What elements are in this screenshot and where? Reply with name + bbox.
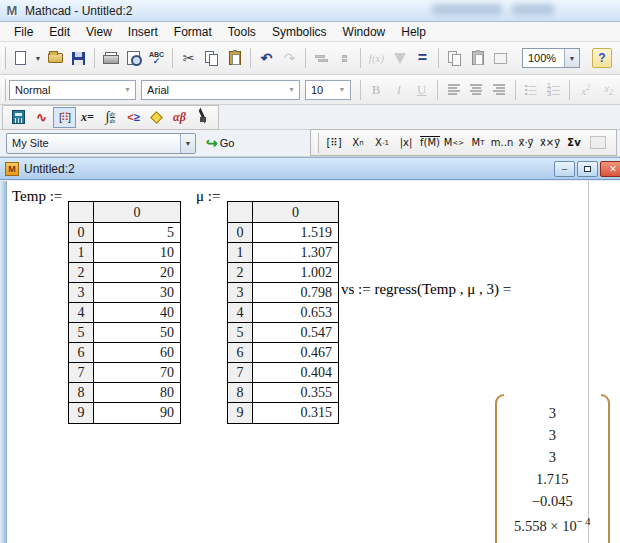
calculus-palette-button[interactable]: ∫dydx	[99, 107, 122, 128]
align-down-button	[333, 47, 356, 69]
print-preview-button[interactable]	[122, 47, 145, 69]
restore-button[interactable]	[577, 161, 598, 177]
cell[interactable]: 0.404	[253, 363, 338, 383]
align-across-icon	[315, 54, 328, 63]
toolbar-drag-handle[interactable]	[315, 133, 319, 153]
table-row: 660	[69, 343, 180, 363]
undo-button[interactable]: ↶	[255, 47, 278, 69]
scissors-icon: ✂	[183, 51, 195, 65]
bullet-list-button: •—•—•—	[520, 79, 543, 101]
vectorize-button[interactable]: f(M)	[418, 132, 442, 154]
cell[interactable]: 70	[94, 363, 180, 383]
transpose-button[interactable]: MT	[466, 132, 490, 154]
cell[interactable]: 20	[94, 263, 180, 283]
toolbar-drag-handle[interactable]	[2, 79, 6, 101]
chevron-down-icon[interactable]: ▼	[180, 134, 195, 153]
symbolic-palette-button[interactable]	[191, 107, 214, 128]
menu-insert[interactable]: Insert	[120, 23, 166, 41]
subscript-operator-button[interactable]: Xn	[346, 132, 370, 154]
open-button[interactable]	[44, 47, 67, 69]
cell[interactable]: 1.519	[253, 223, 338, 243]
help-button[interactable]: ?	[592, 48, 612, 68]
style-combobox[interactable]: Normal ▼	[9, 80, 136, 100]
cell[interactable]: 0.547	[253, 323, 338, 343]
close-button[interactable]: ✕	[600, 161, 620, 177]
cross-product-button[interactable]: x⃗×y⃗	[538, 132, 562, 154]
calculator-palette-button[interactable]	[7, 107, 30, 128]
cell[interactable]: 0.653	[253, 303, 338, 323]
menu-symbolics[interactable]: Symbolics	[264, 23, 335, 41]
matrix-column-button[interactable]: M<>	[442, 132, 466, 154]
vector-sum-button[interactable]: Σv	[562, 132, 586, 154]
cell[interactable]: 0.467	[253, 343, 338, 363]
new-button[interactable]	[9, 47, 32, 69]
document-titlebar[interactable]: M Untitled:2 – ✕	[0, 157, 620, 180]
menu-format[interactable]: Format	[166, 23, 220, 41]
zoom-combobox[interactable]: 100% ▼	[522, 48, 580, 68]
menu-window[interactable]: Window	[335, 23, 394, 41]
superscript-icon: x2	[581, 83, 590, 97]
menu-tools[interactable]: Tools	[220, 23, 264, 41]
boolean-palette-button[interactable]: <≥	[122, 107, 145, 128]
chevron-down-icon[interactable]: ▼	[564, 49, 579, 67]
cell[interactable]: 1.002	[253, 263, 338, 283]
cell[interactable]: 10	[94, 243, 180, 263]
menu-edit[interactable]: Edit	[41, 23, 78, 41]
menu-file[interactable]: File	[6, 23, 41, 41]
copy-button[interactable]	[200, 47, 223, 69]
font-combobox[interactable]: Arial ▼	[141, 80, 300, 100]
underline-button: U	[410, 79, 433, 101]
cell[interactable]: 30	[94, 283, 180, 303]
evaluate-button[interactable]: =	[411, 47, 434, 69]
worksheet[interactable]: Temp := 0 05 110 220 330 440 550 660 770…	[0, 181, 620, 543]
cell[interactable]: 80	[94, 383, 180, 403]
cell[interactable]: 0.315	[253, 403, 338, 423]
cut-button[interactable]: ✂	[177, 47, 200, 69]
cell[interactable]: 60	[94, 343, 180, 363]
cell[interactable]: 1.307	[253, 243, 338, 263]
programming-palette-button[interactable]	[145, 107, 168, 128]
cell[interactable]: 5	[94, 223, 180, 243]
table-row: 990	[69, 403, 180, 423]
matrix-palette-button[interactable]: [⠿]	[53, 107, 76, 128]
cell[interactable]: 90	[94, 403, 180, 423]
dot-product-button[interactable]: x⃗·y⃗	[514, 132, 538, 154]
regress-result-vector[interactable]: 3 3 3 1.715 −0.045 5.558 × 10− 4 −2.556 …	[495, 394, 610, 543]
graph-palette-button[interactable]: ∿	[30, 107, 53, 128]
matrix-brackets-button[interactable]: [⠿]	[322, 132, 346, 154]
paste-button[interactable]	[223, 47, 246, 69]
print-button[interactable]	[99, 47, 122, 69]
chevron-down-icon[interactable]: ▼	[284, 81, 299, 99]
temp-table[interactable]: 0 05 110 220 330 440 550 660 770 880 990	[68, 201, 181, 424]
table-row: 11.307	[228, 243, 338, 263]
evaluation-palette-button[interactable]: x=	[76, 107, 99, 128]
document-title: Untitled:2	[24, 162, 75, 176]
determinant-button[interactable]: |x|	[394, 132, 418, 154]
resources-combobox[interactable]: My Site ▼	[6, 133, 196, 154]
spell-check-button[interactable]: ABC✓	[145, 47, 168, 69]
italic-button: I	[387, 79, 410, 101]
chevron-down-icon[interactable]: ▼	[120, 81, 135, 99]
go-button[interactable]: ↪ Go	[206, 135, 234, 151]
menu-view[interactable]: View	[78, 23, 120, 41]
greek-palette-button[interactable]: αβ	[168, 107, 191, 128]
cell[interactable]: 40	[94, 303, 180, 323]
minimize-button[interactable]: –	[554, 161, 575, 177]
new-dropdown-arrow[interactable]: ▼	[32, 47, 44, 69]
menu-help[interactable]: Help	[393, 23, 434, 41]
temp-definition-label[interactable]: Temp :=	[12, 188, 62, 205]
regress-expression[interactable]: vs := regress(Temp , μ , 3) =	[341, 281, 511, 298]
printer-icon	[103, 52, 118, 64]
cell[interactable]: 50	[94, 323, 180, 343]
mu-definition-label[interactable]: μ :=	[196, 188, 220, 205]
table-row: 21.002	[228, 263, 338, 283]
save-button[interactable]	[67, 47, 90, 69]
cell[interactable]: 0.798	[253, 283, 338, 303]
matrix-inverse-button[interactable]: X-1	[370, 132, 394, 154]
font-size-combobox[interactable]: 10 ▼	[305, 80, 351, 100]
toolbar-drag-handle[interactable]	[2, 47, 6, 69]
chevron-down-icon[interactable]: ▼	[335, 81, 350, 99]
mu-table[interactable]: 0 01.519 11.307 21.002 30.798 40.653 50.…	[227, 201, 339, 424]
cell[interactable]: 0.355	[253, 383, 338, 403]
range-variable-button[interactable]: m..n	[490, 132, 514, 154]
